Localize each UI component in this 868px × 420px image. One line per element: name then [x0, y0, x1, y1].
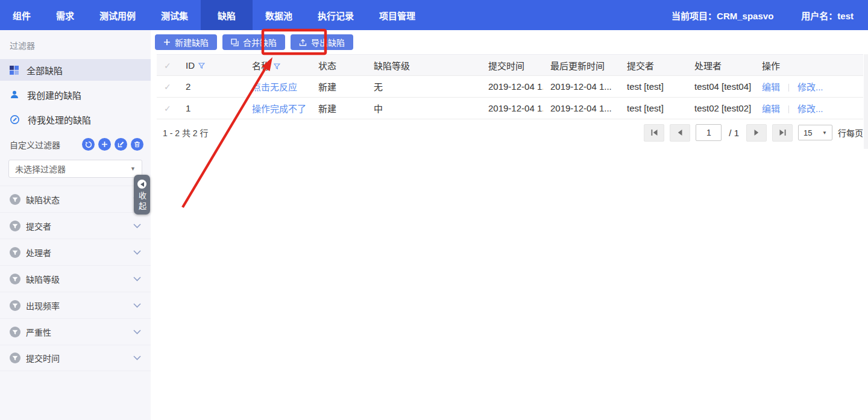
- filter-label: 提交时间: [26, 352, 60, 364]
- nav-item-test-cases[interactable]: 测试用例: [87, 0, 148, 30]
- first-page-icon: [650, 129, 658, 136]
- sidebar-item-all-defects[interactable]: 全部缺陷: [0, 59, 151, 81]
- page-size-select[interactable]: 15 ▼: [798, 125, 832, 140]
- check-icon: ✓: [164, 82, 171, 92]
- sidebar-title: 过滤器: [0, 30, 151, 59]
- cell-defect-level: 中: [366, 98, 481, 119]
- column-header-defect-level[interactable]: 缺陷等级: [366, 55, 481, 76]
- column-header-id[interactable]: ID: [178, 55, 245, 76]
- sidebar-item-my-created-defects[interactable]: 我创建的缺陷: [0, 84, 151, 105]
- cell-submitter: test [test]: [620, 98, 687, 119]
- funnel-icon: [10, 194, 20, 205]
- modify-link[interactable]: 修改...: [797, 104, 823, 114]
- previous-page-icon: [677, 129, 683, 136]
- cell-handler: test04 [test04]: [687, 76, 755, 98]
- sidebar-item-defects-pending-me[interactable]: 待我处理的缺陷: [0, 108, 151, 130]
- pending-edit-icon: [10, 114, 20, 125]
- filter-row-defect-level[interactable]: 缺陷等级: [0, 265, 151, 292]
- nav-item-components[interactable]: 组件: [0, 0, 43, 30]
- filter-row-handler[interactable]: 处理者: [0, 239, 151, 265]
- filter-label: 缺陷状态: [26, 193, 60, 205]
- modify-link[interactable]: 修改...: [797, 82, 823, 92]
- column-header-status[interactable]: 状态: [311, 55, 366, 76]
- first-page-button[interactable]: [644, 124, 664, 142]
- row-checkbox[interactable]: ✓: [157, 76, 178, 98]
- custom-filter-label: 自定义过滤器: [10, 139, 60, 151]
- nav-item-test-sets[interactable]: 测试集: [148, 0, 201, 30]
- filter-label: 严重性: [26, 326, 51, 338]
- current-project-label: 当前项目：CRM_spasvo: [671, 9, 773, 22]
- cell-last-update-time: 2019-12-04 1...: [543, 98, 620, 119]
- funnel-icon: [10, 327, 20, 337]
- vertical-scrollbar[interactable]: [864, 54, 868, 149]
- sidebar-item-label: 全部缺陷: [27, 64, 63, 77]
- row-checkbox[interactable]: ✓: [157, 98, 178, 119]
- nav-item-execution-records[interactable]: 执行记录: [305, 0, 366, 30]
- plus-icon: [163, 39, 171, 46]
- defect-name-link[interactable]: 操作完成不了: [252, 104, 306, 114]
- nav-item-defects[interactable]: 缺陷: [201, 0, 253, 30]
- filter-row-submit-time[interactable]: 提交时间: [0, 345, 151, 371]
- table-row[interactable]: ✓ 2 点击无反应 新建 无 2019-12-04 1... 2019-12-0…: [157, 76, 863, 98]
- column-header-actions: 操作: [755, 55, 863, 76]
- next-page-button[interactable]: [746, 124, 767, 142]
- select-all-checkbox[interactable]: ✓: [157, 55, 178, 76]
- column-header-name[interactable]: 名称: [245, 55, 311, 76]
- funnel-icon: [10, 300, 20, 311]
- column-header-submitter[interactable]: 提交者: [620, 55, 687, 76]
- chevron-down-icon: [133, 356, 141, 360]
- sidebar-item-label: 我创建的缺陷: [27, 89, 81, 101]
- cell-defect-level: 无: [366, 76, 481, 98]
- chevron-down-icon: [133, 250, 141, 255]
- upload-icon: [299, 39, 307, 46]
- user-icon: [10, 90, 19, 99]
- filter-row-occurrence-frequency[interactable]: 出现频率: [0, 292, 151, 318]
- filter-row-severity[interactable]: 严重性: [0, 318, 151, 345]
- table-row[interactable]: ✓ 1 操作完成不了 新建 中 2019-12-04 1... 2019-12-…: [157, 98, 863, 119]
- export-defects-button[interactable]: 导出缺陷: [291, 34, 353, 50]
- chevron-down-icon: [133, 330, 141, 334]
- custom-filter-select[interactable]: 未选择过滤器 ▼: [8, 160, 142, 178]
- edit-link[interactable]: 编辑: [762, 82, 780, 92]
- divider: [788, 84, 789, 92]
- export-defects-label: 导出缺陷: [311, 36, 345, 48]
- cell-submit-time: 2019-12-04 1...: [481, 76, 543, 98]
- funnel-icon: [10, 274, 20, 284]
- merge-icon: [231, 39, 239, 46]
- sidebar-collapse-tab[interactable]: 收起: [134, 175, 150, 215]
- refresh-filter-button[interactable]: [82, 138, 95, 151]
- next-page-icon: [753, 129, 760, 136]
- column-header-submit-time[interactable]: 提交时间: [481, 55, 543, 76]
- defect-list-panel: 新建缺陷 合并缺陷 导出缺陷 ✓: [151, 30, 868, 420]
- delete-filter-button[interactable]: [131, 138, 143, 151]
- filter-row-defect-status[interactable]: 缺陷状态: [0, 186, 151, 212]
- page-size-value: 15: [804, 128, 812, 137]
- previous-page-button[interactable]: [670, 124, 690, 142]
- nav-item-data-pool[interactable]: 数据池: [253, 0, 305, 30]
- filter-label: 提交者: [26, 220, 51, 232]
- cell-submitter: test [test]: [620, 76, 687, 98]
- username-label: 用户名：test: [801, 9, 854, 22]
- merge-defects-button[interactable]: 合并缺陷: [222, 34, 285, 50]
- page-number-input[interactable]: [696, 124, 722, 141]
- filter-label: 缺陷等级: [26, 273, 60, 285]
- column-header-handler[interactable]: 处理者: [687, 55, 755, 76]
- toolbar: 新建缺陷 合并缺陷 导出缺陷: [155, 34, 353, 50]
- collapse-label: 收起: [138, 192, 146, 212]
- filter-row-submitter[interactable]: 提交者: [0, 212, 151, 239]
- sort-icon[interactable]: [274, 63, 280, 70]
- edit-filter-button[interactable]: [115, 138, 127, 151]
- funnel-icon: [10, 221, 20, 231]
- sort-icon[interactable]: [198, 63, 205, 69]
- defect-name-link[interactable]: 点击无反应: [252, 82, 297, 92]
- new-defect-label: 新建缺陷: [175, 36, 209, 48]
- add-filter-button[interactable]: [98, 138, 111, 151]
- cell-id: 1: [178, 98, 245, 119]
- nav-item-requirements[interactable]: 需求: [43, 0, 87, 30]
- edit-link[interactable]: 编辑: [762, 104, 780, 114]
- filter-label: 出现频率: [26, 299, 60, 312]
- new-defect-button[interactable]: 新建缺陷: [155, 34, 217, 50]
- last-page-button[interactable]: [772, 124, 793, 142]
- column-header-last-update-time[interactable]: 最后更新时间: [543, 55, 620, 76]
- nav-item-project-management[interactable]: 项目管理: [366, 0, 428, 30]
